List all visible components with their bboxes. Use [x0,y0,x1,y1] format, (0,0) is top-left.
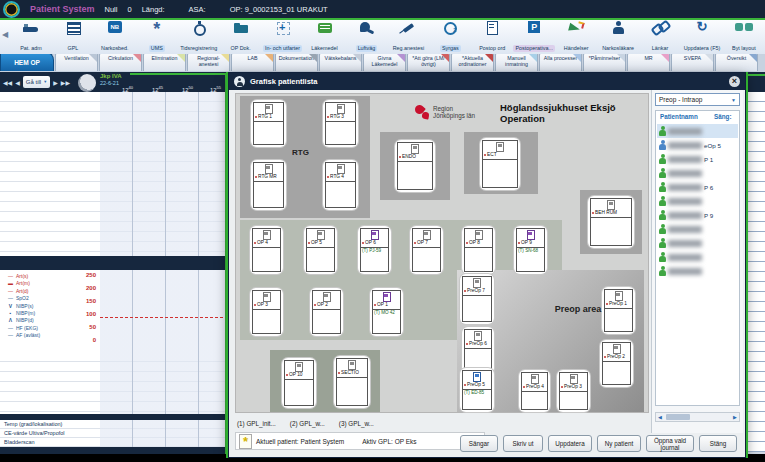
toolbar-item-reg-anestesi[interactable]: Reg.anestesi [387,21,429,54]
toolbar-item-lankar[interactable]: Länkar [639,21,681,54]
phase-filter-dropdown[interactable]: Preop - Intraop ▼ [655,93,740,106]
toolbar-item-ums[interactable]: UMS [136,21,178,54]
goto-dropdown[interactable]: Gå till▼ [23,76,50,88]
tab-svepa[interactable]: SVEPA [671,52,714,71]
toolbar-item-pat-adm[interactable]: Pat. adm [10,21,52,54]
tab-regional-anestesi[interactable]: Regional-anestesi [187,52,230,71]
new-patient-button[interactable]: Ny patient [597,435,641,452]
patient-row[interactable]: P 1 [657,152,738,166]
gpl-window-1[interactable]: (1) GPL_init... [237,420,276,427]
update-button[interactable]: Uppdatera [548,435,592,452]
toolbar-item-byt-layout[interactable]: Byt layout [723,21,765,54]
room-endo[interactable]: ENDO [395,140,435,192]
patient-row[interactable]: P 9 [657,208,738,222]
room-preop-5[interactable]: PreOp 5(T) ED-85 [460,368,494,412]
tab-mr[interactable]: MR [627,52,670,71]
nav-first-icon[interactable]: ◀◀ [3,79,12,86]
patient-row[interactable] [657,250,738,264]
room-preop-6[interactable]: PreOp 6 [462,327,494,374]
toolbar-item-lakemedel[interactable]: Läkemedel [304,21,346,54]
patient-row[interactable] [657,222,738,236]
gpl-window-2[interactable]: (2) GPL_w... [290,420,325,427]
tab-alla-processer[interactable]: Alla processer [539,52,582,71]
toolbar-item-tidsregistrering[interactable]: Tidsregistrering [178,21,220,54]
dialog-titlebar[interactable]: Grafisk patientlista [229,73,745,90]
room-sectio[interactable]: SECTIO [334,356,370,408]
column-header-bed[interactable]: Säng: [714,113,732,120]
room-op-2[interactable]: OP 2 [310,288,343,336]
tab-paminnelser[interactable]: *Påminnelser [583,52,626,71]
tab-cirkulation[interactable]: Cirkulation [99,52,142,71]
toolbar-item-gpl[interactable]: GPL [52,21,94,54]
bed-icon [21,21,41,35]
patient-row[interactable] [657,194,738,208]
room-preop-7[interactable]: PreOp 7 [460,274,494,324]
tab-vatskebalans[interactable]: Vätskebalans [319,52,362,71]
toolbar-scroll-left-icon[interactable]: ◀ [0,21,10,49]
close-button[interactable]: Stäng [699,435,737,452]
toolbar-item-op-dok[interactable]: OP Dok. [220,21,262,54]
toolbar-item-handelser[interactable]: Händelser [555,21,597,54]
nav-prev-icon[interactable]: ◀ [15,79,20,86]
toolbar-item-narkosbed[interactable]: Narkosbed. [94,21,136,54]
patient-row[interactable] [657,166,738,180]
patient-row[interactable] [657,264,738,278]
room-rtg-mr[interactable]: RTG MR [251,160,286,210]
toolbar-item-in-och-utfarter[interactable]: In- och utfarter [262,21,304,54]
toolbar-item-luftvag[interactable]: Luftväg [346,21,388,54]
room-ect[interactable]: ECT [480,138,520,190]
room-op-3[interactable]: OP 3 [250,288,283,336]
close-icon[interactable] [729,76,740,87]
toolbar-item-postoperativa[interactable]: Postoperativa... [513,21,555,54]
room-rtg-4[interactable]: RTG 4 [323,160,358,210]
toolbar-item-narkoslakare[interactable]: Narkosläkare [597,21,639,54]
scrollbar-thumb[interactable] [666,414,690,420]
patient-status-icon [659,140,666,151]
column-header-patient[interactable]: Patientnamn [660,113,698,120]
room-preop-3[interactable]: PreOp 3 [557,370,590,412]
room-op-9[interactable]: OP 9(T) SN-68 [514,226,547,274]
patient-row[interactable]: eOp 5 [657,138,738,152]
tab-elimination[interactable]: Elimination [143,52,186,71]
horizontal-scrollbar[interactable]: ◀ ▶ [655,412,740,422]
patient-status-icon [659,196,666,207]
tab-manuell-inmatning[interactable]: Manuell inmatning [495,52,538,71]
tab-hem-op[interactable]: HEM OP [0,52,54,71]
patient-row[interactable] [657,236,738,250]
room-op-6[interactable]: OP 6(T) PJ-59 [358,226,391,274]
print-button[interactable]: Skriv ut [503,435,543,452]
patient-row[interactable] [657,124,738,138]
room-preop-4[interactable]: PreOp 4 [519,370,550,412]
toolbar-item-postop-ord[interactable]: Postop ord [471,21,513,54]
room-op-10[interactable]: OP 10 [282,358,316,408]
tab-ventilation[interactable]: Ventilation [55,52,98,71]
room-op-8[interactable]: OP 8 [462,226,495,274]
splitter-band-1[interactable] [0,256,228,270]
gpl-window-3[interactable]: (3) GPL_w... [339,420,374,427]
room-op-1[interactable]: OP 1(T) MO 42 [370,288,403,336]
beds-button[interactable]: Sängar [460,435,498,452]
room-beh-rum[interactable]: BEH RUM [588,196,634,248]
scroll-left-icon[interactable]: ◀ [656,414,664,420]
tab-lab[interactable]: LAB [231,52,274,71]
patient-row[interactable]: P 6 [657,180,738,194]
tab-givna-lakemedel[interactable]: Givna Läkemedel [363,52,406,71]
toolbar-item-uppdatera[interactable]: Uppdatera (F5) [681,21,723,54]
room-op-4[interactable]: OP 4 [250,226,283,274]
right-strip-green-line [744,74,765,76]
nav-last-icon[interactable]: ▶▶ [61,79,70,86]
room-op-5[interactable]: OP 5 [304,226,337,274]
nav-next-icon[interactable]: ▶ [53,79,58,86]
open-selected-journal-button[interactable]: Öppna vald journal [646,435,694,452]
bed-icon [323,292,331,302]
tab-att-gora[interactable]: *Att göra (LM/övrigt) [407,52,450,71]
tab-oversikt[interactable]: Översikt [715,52,758,71]
toolbar-item-syrgas[interactable]: Syrgas [429,21,471,54]
tab-aktuella-ordinationer[interactable]: *Aktuella ordinationer [451,52,494,71]
room-op-7[interactable]: OP 7 [410,226,443,274]
room-rtg-3[interactable]: RTG 3 [323,100,358,147]
tab-dokumentation[interactable]: Dokumentation [275,52,318,71]
scroll-right-icon[interactable]: ▶ [731,414,739,420]
room-rtg-1[interactable]: RTG 1 [251,100,286,147]
room-preop-2[interactable]: PreOp 2 [600,340,633,387]
